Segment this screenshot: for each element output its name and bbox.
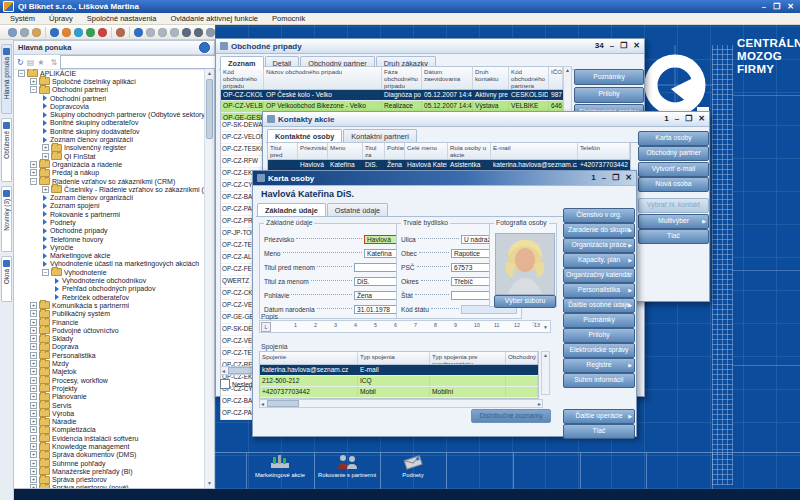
cases-table-col-k-d-obchodn-ho-partnera[interactable]: Kód obchodného partnera xyxy=(509,67,549,89)
tree-item-vyhodnotenie[interactable]: −Vyhodnotenie xyxy=(14,268,205,276)
stop-icon[interactable] xyxy=(158,28,167,37)
expand-icon[interactable]: + xyxy=(42,144,49,151)
maximize-icon[interactable]: ❒ xyxy=(620,42,627,50)
basic-d-tum-narodenia-input[interactable]: 31.01.1978 xyxy=(354,305,398,314)
refresh-tree-icon[interactable]: ↻ xyxy=(17,58,24,67)
case-code-cell[interactable]: OP-CZ-VELOM xyxy=(221,132,265,144)
window-icon[interactable] xyxy=(170,28,179,37)
person-button-kapacity-pl-n[interactable]: Kapacity, plán▶ xyxy=(563,253,635,268)
scrollbar-thumb[interactable] xyxy=(206,79,213,139)
distribution-lists-button[interactable]: Distribučné zoznamy xyxy=(471,409,551,423)
cases-table-col-n-zov-obchodn-ho-pr-padu[interactable]: Názov obchodného prípadu xyxy=(264,67,382,89)
back-icon[interactable] xyxy=(146,28,155,37)
tree-item-bonitn-skupiny-dod-vate-ov[interactable]: Bonitné skupiny dodávateľov xyxy=(14,127,205,135)
sort-icon[interactable]: ⇅ xyxy=(50,58,57,67)
tree-item-marketingov-akcie[interactable]: Marketingové akcie xyxy=(14,252,205,260)
tree-item-seln-ky-riadenie-vz-ahov-so-z-kazn-kmi-crm[interactable]: +Číselníky - Riadenie vzťahov so zákazní… xyxy=(14,185,205,193)
case-code-cell[interactable]: OP-CZ-RFW xyxy=(221,156,265,168)
cases-titlebar[interactable]: Obchodné prípady34–❒✕ xyxy=(216,39,644,54)
expand-icon[interactable]: + xyxy=(30,302,37,309)
expand-icon[interactable]: + xyxy=(30,435,37,442)
tree-item-obchodn-partneri[interactable]: Obchodní partneri xyxy=(14,94,205,102)
cases-table-col-k-d-obchodn-ho-pr-padu[interactable]: Kód obchodného prípadu xyxy=(221,67,264,89)
person-button-lenstvo-v-org[interactable]: Členstvo v org. xyxy=(563,208,635,223)
expand-icon[interactable]: + xyxy=(30,368,37,375)
person-button-pozn-mky[interactable]: Poznámky xyxy=(563,313,635,328)
basic-pohlavie-input[interactable]: Žena xyxy=(354,291,398,300)
contacts-button-vybra-hl-kontakt[interactable]: Vybrať hl. kontakt xyxy=(638,198,709,213)
unwatched-checkbox[interactable] xyxy=(220,379,230,389)
tree-item-vyhodnotenie-obchodn-kov[interactable]: Vyhodnotenie obchodníkov xyxy=(14,276,205,284)
app-minimize-button[interactable]: – xyxy=(762,2,766,11)
globe-red-icon[interactable] xyxy=(98,28,107,37)
side-tab-ob-ben[interactable]: Obľúbené xyxy=(1,118,12,182)
cases-table-col-d-tum-zaevidovania[interactable]: Dátum zaevidovania xyxy=(422,67,473,89)
globe-teal-icon[interactable] xyxy=(74,28,83,37)
connections-table-row[interactable]: katerina.havlova@seznam.czE-mail xyxy=(260,365,538,376)
home-icon[interactable] xyxy=(206,28,215,37)
popis-ruler[interactable]: L12345678910111213▽▼ xyxy=(259,320,551,333)
side-tab-novinky-3[interactable]: Novinky (3) xyxy=(1,186,12,252)
connections-hscrollbar[interactable]: ◄► xyxy=(259,399,543,408)
paste-icon[interactable] xyxy=(8,28,17,37)
scroll-left-icon[interactable]: ◄ xyxy=(260,401,265,407)
app-maximize-button[interactable]: ❒ xyxy=(773,2,780,11)
scroll-up-icon[interactable]: ▲ xyxy=(205,69,214,78)
tree-item-obchodn-partneri[interactable]: −Obchodní partneri xyxy=(14,86,205,94)
tree-item-skupiny-obchodn-ch-partnerov-odbytov-sektory[interactable]: Skupiny obchodných partnerov (Odbytové s… xyxy=(14,110,205,118)
expand-icon[interactable]: + xyxy=(30,343,37,350)
refresh-icon[interactable] xyxy=(134,28,143,37)
expand-icon[interactable]: + xyxy=(30,335,37,342)
desktop-icon-podnety[interactable]: Podnety xyxy=(381,454,445,489)
basic-titul-pred-menom-input[interactable] xyxy=(354,263,398,272)
contacts-button-tla[interactable]: Tlač xyxy=(638,229,709,244)
person-tab-z-kladn-daje[interactable]: Základné údaje xyxy=(257,203,326,216)
desktop-icon-marketingov-akcie[interactable]: Marketingové akcie xyxy=(248,454,312,489)
cases-button-pozn-mky[interactable]: Poznámky xyxy=(574,69,644,85)
person-button-registre[interactable]: Registre▶ xyxy=(563,358,635,373)
person-tab-ostatn-daje[interactable]: Ostatné údaje xyxy=(327,203,388,216)
basic-titul-za-menom-input[interactable]: DiS. xyxy=(354,277,398,286)
person-button-al-ie-osobn-daje[interactable]: Ďalšie osobné údaje▶ xyxy=(563,298,635,313)
expand-icon[interactable]: + xyxy=(30,460,37,467)
cases-table-scrollbar[interactable]: ▲ xyxy=(563,66,572,112)
minimize-icon[interactable]: – xyxy=(610,42,614,50)
minimize-icon[interactable]: – xyxy=(602,174,606,182)
person-button-al-ie-oper-cie[interactable]: Ďalšie operácie▶ xyxy=(563,409,635,424)
close-icon[interactable]: ✕ xyxy=(698,115,705,123)
menu-item-ovl-danie-akt-vnej-funkcie[interactable]: Ovládanie aktívnej funkcie xyxy=(164,14,264,23)
cases-table-col-i-o[interactable]: IČO xyxy=(549,67,563,89)
connections-table-col-typ-spojenia[interactable]: Typ spojenia xyxy=(358,352,430,364)
contacts-table-col-rola-osoby-u-akcie[interactable]: Rola osoby u akcie xyxy=(448,143,491,159)
globe-green-icon[interactable] xyxy=(86,28,95,37)
expand-icon[interactable]: + xyxy=(30,410,37,417)
expand-icon[interactable]: + xyxy=(30,402,37,409)
person-button-elektronick-spr-vy[interactable]: Elektronické správy xyxy=(563,343,635,358)
expand-icon[interactable]: + xyxy=(30,78,37,85)
tree-scrollbar[interactable]: ▲ ▼ xyxy=(204,69,214,488)
tree-item-zoznam-lenov-organiz-ci[interactable]: Zoznam členov organizácií xyxy=(14,135,205,143)
connections-scrollbar[interactable]: ▲ xyxy=(541,351,550,395)
expand-icon[interactable]: + xyxy=(30,426,37,433)
expand-icon[interactable]: + xyxy=(30,393,37,400)
tree-item-spr-va-priestorov-nov[interactable]: +Správa priestorov (nové) xyxy=(14,484,205,488)
tree-item-rokovanie-s-partnermi[interactable]: Rokovanie s partnermi xyxy=(14,210,205,218)
contacts-button-nov-osoba[interactable]: Nová osoba xyxy=(638,177,709,192)
tree-item-riadenie-vz-ahov-so-z-kazn-kmi-crm[interactable]: −Riadenie vzťahov so zákazníkmi (CRM) xyxy=(14,177,205,185)
desktop-icon-rokovanie-s-partnermi[interactable]: Rokovanie s partnermi xyxy=(315,454,379,489)
tree-item-v-ro-ie[interactable]: Výročie xyxy=(14,243,205,251)
tree-item-dopravcovia[interactable]: Dopravcovia xyxy=(14,102,205,110)
connections-table-col-obchodn[interactable]: Obchodný ... xyxy=(506,352,538,364)
case-code-cell[interactable]: OP-CZ-TESKOL xyxy=(221,144,265,156)
menu-item-pravy[interactable]: Úpravy xyxy=(43,14,79,23)
expand-icon[interactable]: + xyxy=(30,377,37,384)
photo-select-button[interactable]: Výber súboru xyxy=(494,295,556,308)
qi-mini-icon[interactable] xyxy=(199,42,210,53)
cases-table-row[interactable]: OP-CZ-CKOLOOP České kolo - VelkoDiagnóza… xyxy=(221,90,563,101)
tree-item-insolven-n-register[interactable]: +Insolvenčný register xyxy=(14,144,205,152)
tree-item-telef-nne-hovory[interactable]: Telefónne hovory xyxy=(14,235,205,243)
scroll-down-icon[interactable]: ▼ xyxy=(205,479,214,488)
contacts-table-col-cel-meno[interactable]: Celé meno xyxy=(405,143,448,159)
paw-icon[interactable] xyxy=(194,28,203,37)
contacts-button-multiv-ber[interactable]: Multivýber▶ xyxy=(638,214,709,229)
